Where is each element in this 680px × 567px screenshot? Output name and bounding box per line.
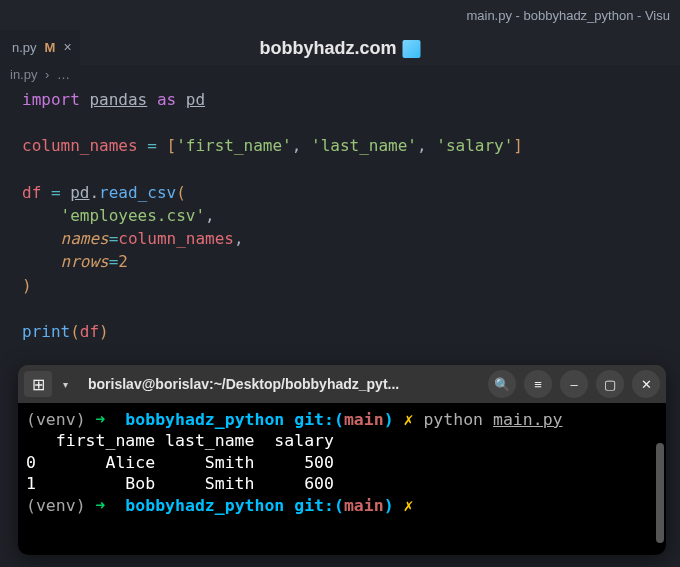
search-button[interactable]: 🔍 [488, 370, 516, 398]
output-header: first_name last_name salary [26, 431, 334, 450]
search-icon: 🔍 [494, 377, 510, 392]
chevron-down-icon: ▾ [63, 379, 68, 390]
prompt-arrow-icon: ➜ [96, 410, 106, 429]
cmd-file: main.py [493, 410, 563, 429]
output-row-0: 0 Alice Smith 500 [26, 453, 334, 472]
tab-dropdown-button[interactable]: ▾ [56, 371, 74, 397]
close-icon[interactable]: × [63, 39, 71, 55]
id-pd: pd [70, 183, 89, 202]
keyword-as: as [157, 90, 176, 109]
dirty-icon: ✗ [404, 410, 414, 429]
title-bar: main.py - bobbyhadz_python - Visu [0, 0, 680, 30]
watermark: bobbyhadz.com [259, 38, 420, 59]
fn-print: print [22, 322, 70, 341]
code-editor[interactable]: import pandas as pd column_names = ['fir… [0, 84, 680, 353]
arg-df: df [80, 322, 99, 341]
arg-column-names: column_names [118, 229, 234, 248]
breadcrumb-more: … [57, 67, 70, 82]
tab-modified-indicator: M [45, 40, 56, 55]
param-nrows: nrows [61, 252, 109, 271]
watermark-text: bobbyhadz.com [259, 38, 396, 59]
fn-read-csv: read_csv [99, 183, 176, 202]
terminal-titlebar: ⊞ ▾ borislav@borislav:~/Desktop/bobbyhad… [18, 365, 666, 403]
operator-eq: = [51, 183, 61, 202]
module-pandas: pandas [89, 90, 147, 109]
terminal-title: borislav@borislav:~/Desktop/bobbyhadz_py… [78, 376, 480, 392]
maximize-icon: ▢ [604, 377, 616, 392]
breadcrumb-file: in.py [10, 67, 37, 82]
chevron-right-icon: › [45, 67, 49, 82]
breadcrumb[interactable]: in.py › … [0, 65, 680, 84]
tab-label: n.py [12, 40, 37, 55]
var-column-names: column_names [22, 136, 138, 155]
prompt-git: git: [294, 410, 334, 429]
string-salary: 'salary' [436, 136, 513, 155]
prompt-dir: bobbyhadz_python [125, 496, 284, 515]
string-employees-csv: 'employees.csv' [61, 206, 206, 225]
new-tab-button[interactable]: ⊞ [24, 371, 52, 397]
output-row-1: 1 Bob Smith 600 [26, 474, 334, 493]
keyword-import: import [22, 90, 80, 109]
string-first-name: 'first_name' [176, 136, 292, 155]
num-2: 2 [118, 252, 128, 271]
tab-main-py[interactable]: n.py M × [0, 30, 80, 65]
cube-icon [403, 40, 421, 58]
terminal-window: ⊞ ▾ borislav@borislav:~/Desktop/bobbyhad… [18, 365, 666, 555]
new-tab-icon: ⊞ [32, 375, 45, 394]
alias-pd: pd [186, 90, 205, 109]
close-icon: ✕ [641, 377, 652, 392]
prompt-branch: main [344, 496, 384, 515]
venv-label: (venv) [26, 496, 86, 515]
cmd-python: python [423, 410, 483, 429]
venv-label: (venv) [26, 410, 86, 429]
close-button[interactable]: ✕ [632, 370, 660, 398]
prompt-git: git: [294, 496, 334, 515]
minimize-button[interactable]: – [560, 370, 588, 398]
var-df: df [22, 183, 41, 202]
window-title: main.py - bobbyhadz_python - Visu [466, 8, 670, 23]
param-names: names [61, 229, 109, 248]
maximize-button[interactable]: ▢ [596, 370, 624, 398]
menu-button[interactable]: ≡ [524, 370, 552, 398]
scrollbar[interactable] [656, 443, 664, 543]
operator-eq: = [147, 136, 157, 155]
minimize-icon: – [570, 377, 577, 392]
prompt-arrow-icon: ➜ [96, 496, 106, 515]
terminal-body[interactable]: (venv) ➜ bobbyhadz_python git:(main) ✗ p… [18, 403, 666, 555]
dirty-icon: ✗ [404, 496, 414, 515]
hamburger-icon: ≡ [534, 377, 542, 392]
prompt-dir: bobbyhadz_python [125, 410, 284, 429]
string-last-name: 'last_name' [311, 136, 417, 155]
prompt-branch: main [344, 410, 384, 429]
